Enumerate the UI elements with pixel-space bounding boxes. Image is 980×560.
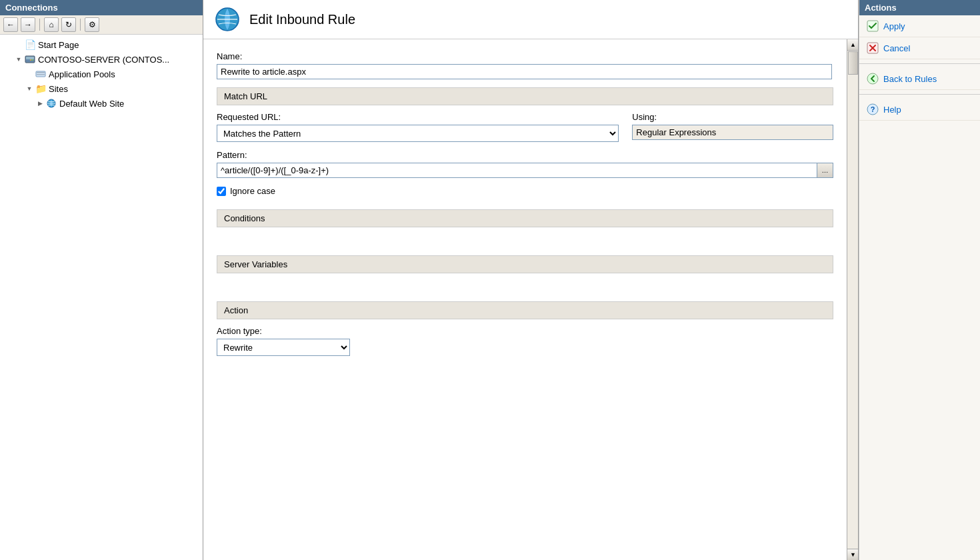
back-btn[interactable]: ← (3, 17, 18, 32)
svg-point-2 (32, 59, 33, 61)
cancel-action[interactable]: Cancel (859, 37, 980, 59)
scroll-down-btn[interactable]: ▼ (847, 549, 858, 560)
page-header-icon (213, 5, 241, 33)
requested-url-col: Requested URL: Matches the Pattern (217, 112, 619, 142)
apply-label: Apply (883, 21, 905, 31)
svg-point-13 (867, 73, 878, 84)
sidebar-item-app-pools[interactable]: Application Pools (0, 67, 203, 81)
actions-divider (859, 63, 980, 64)
action-type-label: Action type: (217, 326, 833, 336)
cancel-icon (866, 41, 879, 55)
expand-icon-server[interactable]: ▼ (13, 54, 24, 65)
sidebar-label-app-pools: Application Pools (49, 69, 115, 79)
page-icon: 📄 (24, 39, 36, 51)
name-input[interactable] (217, 64, 832, 79)
using-col: Using: (632, 112, 833, 142)
back-to-rules-label: Back to Rules (883, 74, 937, 84)
expand-icon-pools (24, 69, 35, 79)
pattern-expand-btn[interactable]: … (817, 163, 833, 178)
requested-url-select[interactable]: Matches the Pattern (217, 125, 619, 142)
settings-btn[interactable]: ⚙ (85, 17, 99, 32)
scroll-thumb[interactable] (848, 51, 858, 75)
server-variables-section: Server Variables (217, 255, 833, 273)
action-type-select[interactable]: Rewrite Redirect Custom Response AbortRe… (217, 339, 350, 356)
page-header: Edit Inbound Rule (203, 0, 858, 39)
expand-icon-default[interactable]: ▶ (35, 98, 45, 109)
forward-btn[interactable]: → (21, 17, 35, 32)
using-label: Using: (632, 112, 833, 122)
pattern-input[interactable] (217, 163, 817, 178)
page-title: Edit Inbound Rule (249, 12, 355, 27)
scrollbar: ▲ ▼ (847, 39, 858, 560)
main-content: Edit Inbound Rule Name: Match URL Reques… (203, 0, 859, 560)
svg-rect-6 (37, 74, 45, 75)
sidebar-item-server[interactable]: ▼ CONTOSO-SERVER (CONTOS... (0, 52, 203, 67)
conditions-section: Conditions (217, 209, 833, 227)
server-icon (24, 53, 36, 65)
svg-text:?: ? (871, 105, 875, 113)
refresh-btn[interactable]: ↻ (61, 17, 76, 32)
sidebar-label-sites: Sites (49, 84, 68, 94)
actions-panel: Actions Apply Cancel Back to Ru (859, 0, 980, 560)
help-label: Help (883, 105, 901, 115)
pattern-row: … (217, 163, 833, 178)
sidebar-item-sites[interactable]: ▼ 📁 Sites (0, 81, 203, 96)
sidebar-item-start-page[interactable]: 📄 Start Page (0, 37, 203, 52)
apply-icon (866, 19, 879, 33)
back-to-rules-action[interactable]: Back to Rules (859, 68, 980, 90)
cancel-label: Cancel (883, 43, 910, 53)
svg-point-3 (30, 59, 31, 61)
sidebar: Connections ← → ⌂ ↻ ⚙ 📄 Start Page ▼ (0, 0, 203, 560)
sidebar-label-start-page: Start Page (38, 40, 79, 50)
help-action[interactable]: ? Help (859, 99, 980, 121)
help-icon: ? (866, 103, 879, 116)
toolbar-separator (39, 19, 40, 31)
sidebar-label-server: CONTOSO-SERVER (CONTOS... (38, 55, 169, 65)
actions-header: Actions (859, 0, 980, 15)
sidebar-header: Connections (0, 0, 203, 15)
actions-divider-2 (859, 94, 980, 95)
apply-action[interactable]: Apply (859, 15, 980, 37)
name-label: Name: (217, 51, 833, 61)
sidebar-item-default-web[interactable]: ▶ Default Web Site (0, 96, 203, 111)
home-btn[interactable]: ⌂ (44, 17, 59, 32)
scroll-up-btn[interactable]: ▲ (847, 39, 858, 51)
back-icon (866, 72, 879, 85)
expand-icon (13, 39, 24, 50)
sidebar-tree: 📄 Start Page ▼ CONTOSO-SERVER (CONTOS... (0, 35, 203, 560)
server-variables-empty (217, 280, 833, 293)
ignore-case-row: Ignore case (217, 186, 833, 196)
form-content: Name: Match URL Requested URL: Matches t… (203, 39, 847, 363)
sites-icon: 📁 (35, 83, 47, 95)
svg-rect-5 (37, 72, 45, 73)
app-pools-icon (35, 68, 47, 80)
ignore-case-label: Ignore case (230, 186, 275, 196)
svg-rect-1 (26, 57, 34, 59)
toolbar-separator-2 (80, 19, 81, 31)
form-area: Name: Match URL Requested URL: Matches t… (203, 39, 858, 560)
match-url-section: Match URL (217, 87, 833, 105)
expand-icon-sites[interactable]: ▼ (24, 83, 35, 94)
web-site-icon (45, 97, 57, 109)
url-match-row: Requested URL: Matches the Pattern Using… (217, 112, 833, 142)
sidebar-label-default-web: Default Web Site (59, 99, 124, 109)
sidebar-toolbar: ← → ⌂ ↻ ⚙ (0, 15, 203, 35)
action-section: Action (217, 301, 833, 319)
pattern-label: Pattern: (217, 150, 833, 160)
requested-url-label: Requested URL: (217, 112, 619, 122)
ignore-case-checkbox[interactable] (217, 187, 226, 196)
using-input[interactable] (632, 125, 833, 140)
conditions-empty (217, 234, 833, 247)
